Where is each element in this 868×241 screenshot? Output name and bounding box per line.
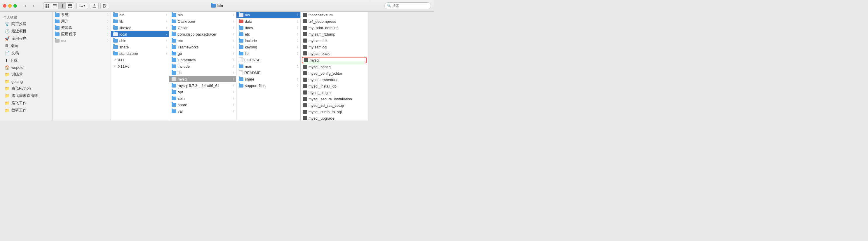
exe-icon: [303, 19, 307, 23]
list-item-selected[interactable]: mysql 〉: [169, 76, 236, 82]
list-item[interactable]: bin 〉: [111, 12, 169, 18]
list-item[interactable]: mysql-5.7.3....14-x86_64 〉: [169, 82, 236, 89]
downloads-icon: ⬇: [5, 58, 8, 63]
arrange-button[interactable]: ▼: [76, 3, 88, 9]
list-item[interactable]: LICENSE: [237, 57, 300, 63]
list-item[interactable]: usr 〉: [53, 37, 111, 44]
sidebar-item-lufei-live[interactable]: 📁 路飞周末直播课: [1, 92, 51, 99]
sidebar-item-wupeiqi[interactable]: 🏠 wupeiqi: [1, 64, 51, 70]
list-item[interactable]: libexec 〉: [111, 25, 169, 31]
folder-icon: [172, 32, 176, 36]
list-item[interactable]: myisamlog: [301, 44, 368, 50]
gallery-view-button[interactable]: [66, 3, 74, 9]
list-item[interactable]: mysql_install_db: [301, 83, 368, 89]
list-item[interactable]: Homebrew 〉: [169, 57, 236, 63]
list-item[interactable]: README: [237, 69, 300, 76]
search-box[interactable]: 🔍: [384, 2, 431, 9]
list-item[interactable]: lib 〉: [169, 69, 236, 76]
list-item[interactable]: share 〉: [169, 101, 236, 108]
sidebar-item-golang[interactable]: 📁 golang: [1, 78, 51, 85]
list-item[interactable]: lz4_decompress: [301, 18, 368, 25]
sidebar-item-training[interactable]: 📁 训练营: [1, 71, 51, 78]
list-item[interactable]: mysql_plugin: [301, 89, 368, 96]
back-button[interactable]: ‹: [22, 3, 29, 9]
list-item[interactable]: Cellar 〉: [169, 25, 236, 31]
share-button[interactable]: [90, 3, 99, 9]
sidebar-item-airdrop[interactable]: 📡 隔空投送: [1, 21, 51, 27]
list-item[interactable]: opt 〉: [169, 89, 236, 95]
sidebar-item-downloads[interactable]: ⬇ 下载: [1, 57, 51, 64]
file-label: X11R6: [118, 64, 167, 68]
list-item[interactable]: mysql_upgrade: [301, 115, 368, 121]
sidebar-item-lufei-python[interactable]: 📁 路飞Python: [1, 85, 51, 92]
sidebar-item-desktop[interactable]: 🖥 桌面: [1, 42, 51, 49]
minimize-button[interactable]: [8, 4, 12, 8]
list-item[interactable]: docs 〉: [237, 25, 300, 31]
list-item[interactable]: Caskroom 〉: [169, 18, 236, 25]
exe-icon: [303, 32, 307, 36]
list-item[interactable]: sbin 〉: [111, 37, 169, 44]
sidebar-item-apps[interactable]: 🚀 应用程序: [1, 35, 51, 42]
folder-icon: [172, 52, 176, 55]
list-item[interactable]: 用户 〉: [53, 18, 111, 25]
list-item[interactable]: standalone 〉: [111, 50, 169, 57]
list-item[interactable]: etc 〉: [237, 31, 300, 37]
list-item[interactable]: var 〉: [169, 108, 236, 114]
sidebar-label-golang: golang: [11, 79, 23, 84]
sidebar-item-research[interactable]: 📁 教研工作: [1, 107, 51, 114]
list-item[interactable]: myisam_ftdump: [301, 31, 368, 37]
list-item[interactable]: mysql_secure_installation: [301, 96, 368, 102]
list-item[interactable]: com.cisco.packettracer 〉: [169, 31, 236, 37]
list-item[interactable]: mysql_ssl_rsa_setup: [301, 102, 368, 109]
list-item-mysql-highlighted[interactable]: mysql: [302, 57, 367, 63]
maximize-button[interactable]: [13, 4, 17, 8]
list-item[interactable]: Frameworks 〉: [169, 44, 236, 50]
list-item[interactable]: go 〉: [169, 50, 236, 57]
list-item[interactable]: etc 〉: [169, 37, 236, 44]
list-item[interactable]: innochecksum: [301, 12, 368, 18]
sidebar-item-lufei-work[interactable]: 📁 路飞工作: [1, 99, 51, 107]
file-label: etc: [178, 38, 231, 43]
list-item[interactable]: my_print_defaults: [301, 25, 368, 31]
list-item[interactable]: mysql_config_editor: [301, 70, 368, 77]
column-view-button[interactable]: [59, 3, 66, 9]
sidebar-item-recents[interactable]: 🕐 最近项目: [1, 28, 51, 35]
list-item[interactable]: ↗ X11: [111, 57, 169, 63]
forward-button[interactable]: ›: [30, 3, 37, 9]
list-item[interactable]: sbin 〉: [169, 95, 236, 101]
folder-icon: [239, 52, 243, 55]
list-item[interactable]: myisampack: [301, 50, 368, 57]
list-item[interactable]: 系统 〉: [53, 12, 111, 18]
close-button[interactable]: [3, 4, 6, 8]
search-input[interactable]: [392, 4, 429, 8]
list-item[interactable]: myisamchk: [301, 37, 368, 44]
list-item[interactable]: man 〉: [237, 63, 300, 69]
list-item[interactable]: 应用程序 〉: [53, 31, 111, 37]
list-item[interactable]: 资源库 〉: [53, 25, 111, 31]
list-item[interactable]: share 〉: [111, 44, 169, 50]
list-item-bin-selected[interactable]: bin 〉: [237, 12, 300, 18]
list-item[interactable]: data 〉: [237, 18, 300, 25]
folder-icon: [172, 103, 176, 107]
list-item[interactable]: ↗ X11R6: [111, 63, 169, 69]
folder-icon: [172, 64, 176, 68]
list-item[interactable]: include 〉: [237, 37, 300, 44]
icon-view-button[interactable]: [43, 3, 51, 9]
list-item[interactable]: lib 〉: [111, 18, 169, 25]
list-item[interactable]: include 〉: [169, 63, 236, 69]
list-item[interactable]: keyring 〉: [237, 44, 300, 50]
list-item-selected[interactable]: local 〉: [111, 31, 169, 37]
list-view-button[interactable]: [51, 3, 59, 9]
list-item[interactable]: support-files 〉: [237, 82, 300, 89]
list-item[interactable]: mysql_config: [301, 64, 368, 70]
arrow-icon: 〉: [233, 20, 234, 23]
list-item[interactable]: mysql_tzinfo_to_sql: [301, 109, 368, 115]
list-item[interactable]: lib 〉: [237, 50, 300, 57]
list-item[interactable]: mysql_embedded: [301, 77, 368, 83]
list-item[interactable]: share 〉: [237, 76, 300, 82]
file-label: LICENSE: [244, 58, 298, 62]
file-label: innochecksum: [309, 13, 365, 17]
tag-button[interactable]: [100, 3, 109, 9]
list-item[interactable]: bin 〉: [169, 12, 236, 18]
sidebar-item-documents[interactable]: 📄 文稿: [1, 50, 51, 57]
